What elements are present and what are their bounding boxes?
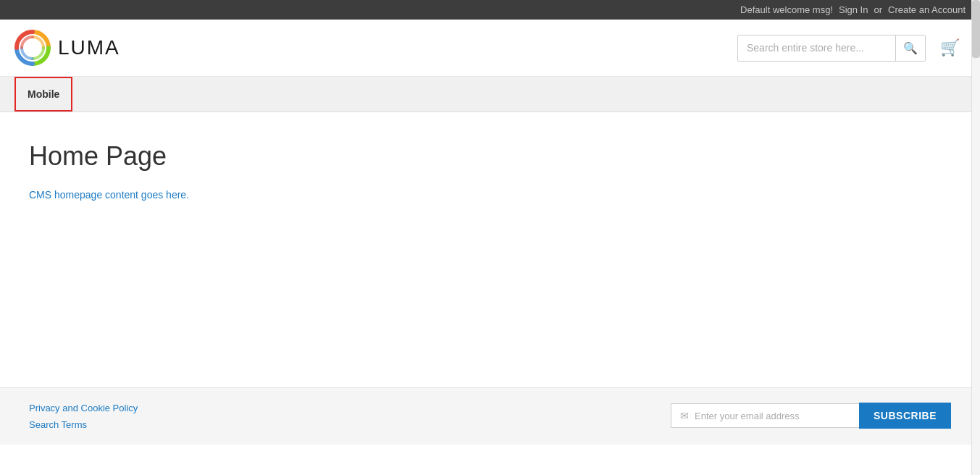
sign-in-link[interactable]: Sign In <box>839 4 868 15</box>
search-input[interactable] <box>738 36 895 59</box>
newsletter-email-input[interactable] <box>695 411 839 421</box>
create-account-link[interactable]: Create an Account <box>888 4 966 15</box>
nav-link-mobile[interactable]: Mobile <box>16 78 71 110</box>
welcome-message: Default welcome msg! <box>740 4 833 15</box>
navigation: Mobile <box>0 77 980 112</box>
luma-logo-icon <box>14 30 51 66</box>
nav-item-mobile: Mobile <box>14 77 72 112</box>
scrollbar-thumb[interactable] <box>972 0 980 58</box>
search-icon: 🔍 <box>903 42 918 54</box>
footer-links: Privacy and Cookie Policy Search Terms <box>29 403 138 430</box>
subscribe-button[interactable]: Subscribe <box>859 403 951 429</box>
search-box: 🔍 <box>737 35 926 62</box>
top-bar: Default welcome msg! Sign In or Create a… <box>0 0 980 20</box>
logo-link[interactable]: LUMA <box>14 30 120 66</box>
main-content: Home Page CMS homepage content goes here… <box>0 112 980 387</box>
scrollbar-track[interactable] <box>971 0 980 445</box>
footer-link-search-terms[interactable]: Search Terms <box>29 419 138 430</box>
email-input-wrap: ✉ <box>671 403 859 428</box>
or-separator: or <box>874 4 882 15</box>
footer-link-privacy[interactable]: Privacy and Cookie Policy <box>29 403 138 413</box>
mail-icon: ✉ <box>680 410 689 421</box>
footer: Privacy and Cookie Policy Search Terms ✉… <box>0 387 980 445</box>
newsletter-area: ✉ Subscribe <box>671 403 951 429</box>
search-button[interactable]: 🔍 <box>895 35 925 61</box>
logo-text: LUMA <box>58 36 120 59</box>
page-title: Home Page <box>29 141 951 172</box>
cart-button[interactable]: 🛒 <box>934 35 966 60</box>
cart-icon: 🛒 <box>940 38 960 56</box>
cms-content-link[interactable]: CMS homepage content goes here. <box>29 189 189 201</box>
header: LUMA 🔍 🛒 <box>0 20 980 77</box>
header-right: 🔍 🛒 <box>737 35 966 62</box>
